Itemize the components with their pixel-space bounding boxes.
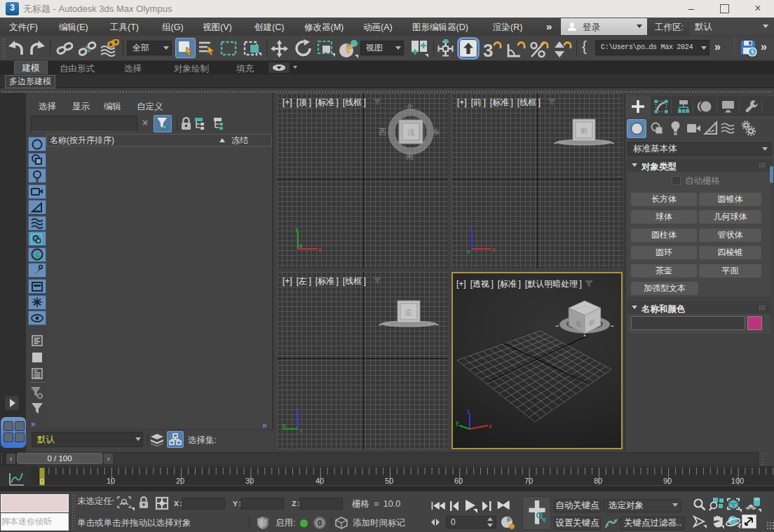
svg-text:100: 100 [731, 477, 744, 485]
svg-text:10: 10 [107, 477, 115, 485]
svg-text:x: x [492, 246, 496, 253]
svg-text:z: z [469, 226, 473, 233]
svg-text:70: 70 [524, 477, 533, 485]
svg-text:50: 50 [385, 477, 393, 485]
svg-text:z: z [299, 243, 302, 249]
svg-text:40: 40 [315, 477, 324, 485]
svg-text:20: 20 [176, 477, 184, 485]
svg-text:80: 80 [594, 477, 602, 485]
svg-text:z: z [295, 406, 299, 413]
svg-text:y: y [456, 419, 459, 426]
svg-text:y: y [283, 422, 286, 429]
svg-text:x: x [318, 246, 322, 253]
svg-text:y: y [295, 226, 299, 233]
svg-text:左: 左 [405, 308, 412, 316]
svg-text:y: y [467, 248, 470, 254]
svg-text:30: 30 [245, 477, 254, 485]
svg-text:60: 60 [454, 477, 463, 485]
svg-text:x: x [299, 428, 302, 434]
svg-text:x: x [489, 423, 492, 430]
svg-text:90: 90 [663, 477, 672, 485]
svg-text:顶: 顶 [407, 128, 415, 137]
svg-text:前: 前 [580, 127, 588, 135]
svg-text:3: 3 [483, 40, 493, 58]
svg-text:z: z [467, 408, 470, 415]
